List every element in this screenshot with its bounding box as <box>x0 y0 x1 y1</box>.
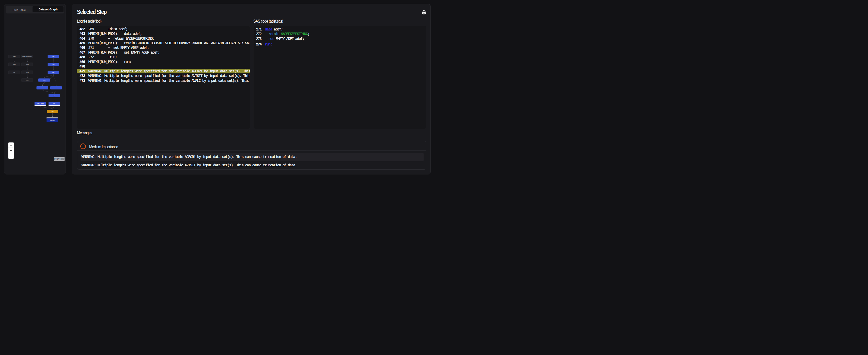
svg-text:adef: adef <box>52 111 54 112</box>
svg-text:_temp: _temp <box>25 64 29 65</box>
svg-text:_null_: _null_ <box>26 79 29 81</box>
svg-text:_temp: _temp <box>12 64 16 65</box>
svg-text:adef: adef <box>53 103 56 104</box>
svg-text:adam_metadata.xlsx: adam_metadata.xlsx <box>22 56 32 57</box>
svg-text:EMPTY_ADEF: EMPTY_ADEF <box>37 103 44 104</box>
svg-text:base1: base1 <box>43 79 46 81</box>
svg-text:adsl: adsl <box>52 56 54 57</box>
svg-text:_temp: _temp <box>25 72 29 73</box>
svg-text:_temp: _temp <box>12 56 16 57</box>
svg-text:adef: adef <box>41 87 43 89</box>
svg-text:_null_: _null_ <box>12 72 16 73</box>
svg-text:adef: adef <box>52 64 55 65</box>
svg-text:base2: base2 <box>55 87 58 89</box>
svg-text:adef: adef <box>53 95 56 96</box>
svg-text:adef: adef <box>52 72 55 73</box>
svg-text:adam.adef: adam.adef <box>50 120 55 121</box>
